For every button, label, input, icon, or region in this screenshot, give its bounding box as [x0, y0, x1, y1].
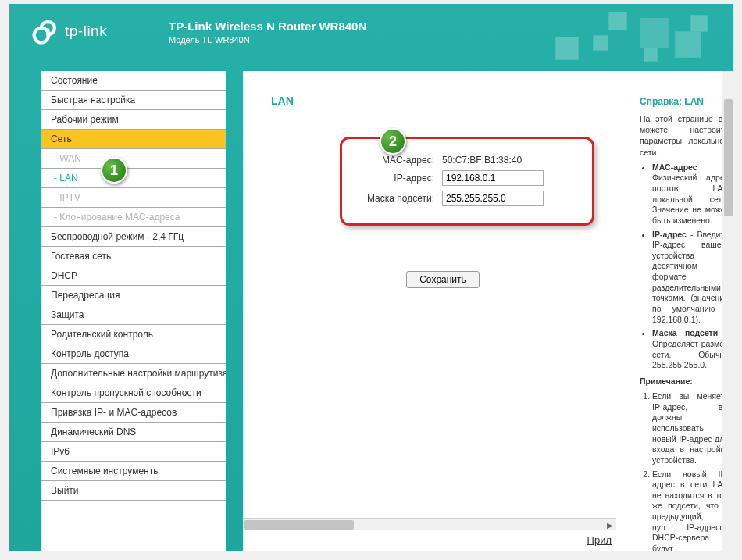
help-bullet-list: МАС-адрес - Физический адрес портов LAN …: [640, 162, 729, 371]
help-bullet-0: МАС-адрес - Физический адрес портов LAN …: [652, 162, 729, 226]
ip-input[interactable]: [442, 170, 544, 186]
mask-label: Маска подсети:: [356, 193, 442, 204]
nav-item-0[interactable]: Состояние: [41, 71, 226, 91]
callout-badge-2: 2: [380, 128, 406, 155]
brand-text: tp-link: [65, 23, 107, 40]
hscroll-right-arrow-icon[interactable]: ▶: [604, 519, 616, 531]
mac-value: 50:C7:BF:B1:38:40: [442, 155, 578, 166]
hscroll-thumb[interactable]: [244, 520, 354, 530]
help-bullet-2: Маска подсети - Определяет размер сети. …: [652, 328, 729, 371]
mask-input[interactable]: [442, 191, 544, 206]
nav-item-21[interactable]: Выйти: [41, 481, 226, 501]
nav-item-17[interactable]: Привязка IP- и MAC-адресов: [41, 403, 226, 423]
nav-list: СостояниеБыстрая настройкаРабочий режимС…: [41, 71, 226, 501]
tp-link-logo-icon: [32, 18, 59, 45]
nav-item-16[interactable]: Контроль пропускной способности: [41, 383, 226, 403]
nav-item-19[interactable]: IPv6: [41, 442, 226, 462]
help-intro: На этой странице вы можете настроить пар…: [640, 113, 729, 158]
nav-item-3[interactable]: Сеть: [41, 130, 226, 149]
nav-item-5[interactable]: - LAN: [41, 169, 226, 188]
nav-item-15[interactable]: Дополнительные настройки маршрутизации: [41, 364, 226, 383]
help-note-1: Если новый IP-адрес в сети LAN не находи…: [652, 469, 729, 551]
header: tp-link TP-Link Wireless N Router WR840N…: [9, 4, 733, 71]
nav-item-4[interactable]: - WAN: [41, 149, 226, 169]
nav-item-10[interactable]: DHCP: [41, 266, 226, 286]
help-title: Справка: LAN: [640, 96, 729, 107]
help-notice-label: Примечание:: [640, 376, 729, 387]
nav-item-12[interactable]: Защита: [41, 305, 226, 325]
nav-item-8[interactable]: Беспроводной режим - 2,4 ГГц: [41, 227, 226, 247]
help-notes-list: Если вы меняете IP-адрес, вы должны испо…: [640, 391, 729, 551]
nav-item-11[interactable]: Переадресация: [41, 286, 226, 305]
horizontal-scrollbar[interactable]: ▶: [243, 518, 616, 530]
vscroll-thumb[interactable]: [724, 99, 733, 216]
section-title: LAN: [271, 95, 615, 107]
nav-item-9[interactable]: Гостевая сеть: [41, 247, 226, 266]
help-panel: Справка: LAN На этой странице вы можете …: [633, 71, 733, 551]
ip-label: IP-адрес:: [356, 173, 442, 184]
nav-item-14[interactable]: Контроль доступа: [41, 344, 226, 364]
product-title: TP-Link Wireless N Router WR840N: [169, 20, 366, 33]
brand-logo: tp-link: [32, 18, 107, 45]
nav-item-7[interactable]: - Клонирование MAC-адреса: [41, 208, 226, 227]
vertical-scrollbar[interactable]: [722, 71, 733, 551]
product-model: Модель TL-WR840N: [169, 35, 366, 45]
callout-badge-1: 1: [101, 157, 127, 184]
help-note-0: Если вы меняете IP-адрес, вы должны испо…: [652, 391, 729, 465]
main-panel: LAN MAC-адрес: 50:C7:BF:B1:38:40 IP-адре…: [243, 71, 633, 551]
save-button[interactable]: Сохранить: [406, 271, 480, 288]
nav-item-6[interactable]: - IPTV: [41, 188, 226, 208]
nav-item-2[interactable]: Рабочий режим: [41, 110, 226, 130]
sidebar: СостояниеБыстрая настройкаРабочий режимС…: [41, 71, 226, 551]
mac-label: MAC-адрес:: [356, 155, 442, 166]
nav-item-20[interactable]: Системные инструменты: [41, 462, 226, 481]
nav-item-1[interactable]: Быстрая настройка: [41, 91, 226, 110]
bottom-note[interactable]: Прил: [587, 534, 612, 546]
help-bullet-1: IP-адрес - Введите IP-адрес вашего устро…: [652, 230, 729, 326]
nav-item-18[interactable]: Динамический DNS: [41, 423, 226, 442]
nav-item-13[interactable]: Родительский контроль: [41, 325, 226, 344]
lan-settings-box: MAC-адрес: 50:C7:BF:B1:38:40 IP-адрес: М…: [340, 137, 594, 226]
